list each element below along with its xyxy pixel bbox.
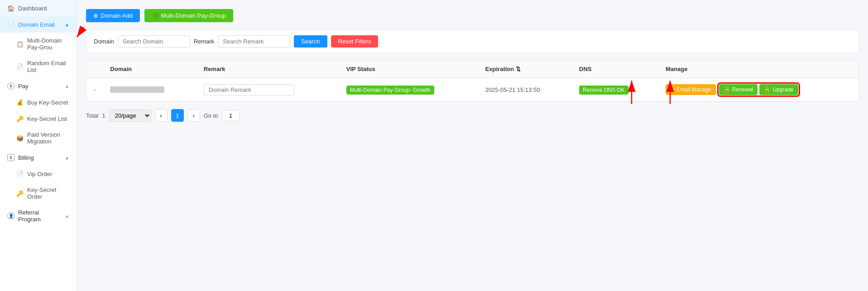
sidebar-item-vip-order[interactable]: 📄 Vip Order bbox=[0, 166, 77, 182]
domain-table: Domain Remark VIP Status Expiration ⇅ DN… bbox=[86, 60, 859, 102]
vip-order-icon: 📄 bbox=[16, 170, 24, 177]
remark-search-input[interactable] bbox=[218, 35, 290, 48]
prev-page-button[interactable]: ‹ bbox=[155, 109, 168, 122]
plus-icon: ⊕ bbox=[93, 12, 98, 19]
main-content: ⊕ Domain Add 🌿 Multi-Domain Pay-Group Do… bbox=[77, 0, 868, 291]
sidebar-item-dashboard[interactable]: 🏠 Dashboard bbox=[0, 0, 77, 16]
random-email-icon: 📄 bbox=[16, 63, 24, 70]
next-page-button[interactable]: › bbox=[187, 109, 200, 122]
search-button[interactable]: Search bbox=[294, 35, 327, 48]
pay-toggle-icon: ▲ bbox=[65, 84, 69, 89]
tree-icon: 🌿 bbox=[152, 12, 159, 19]
table-row: › Multi-Domain Pay-Group- Growth 2025-05… bbox=[86, 78, 858, 101]
multi-domain-icon: 📋 bbox=[16, 40, 24, 48]
manage-buttons-group: ✉ Email Manage 🔒 Renewal 🔒 Up bbox=[666, 84, 851, 95]
multi-domain-pay-group-button[interactable]: 🌿 Multi-Domain Pay-Group bbox=[144, 9, 233, 22]
reset-filters-button[interactable]: Reset Filters bbox=[331, 35, 379, 48]
sidebar-item-key-secret-order[interactable]: 🔑 Key-Secret Order bbox=[0, 182, 77, 205]
dashboard-icon: 🏠 bbox=[7, 5, 14, 12]
toolbar: ⊕ Domain Add 🌿 Multi-Domain Pay-Group bbox=[86, 9, 859, 22]
upgrade-button[interactable]: 🔒 Upgrade bbox=[759, 84, 798, 95]
remark-cell[interactable] bbox=[197, 78, 339, 101]
email-manage-icon: ✉ bbox=[670, 86, 675, 93]
dns-cell: Receive DNS OK bbox=[572, 78, 658, 101]
page-size-select[interactable]: 20/page 50/page 100/page bbox=[109, 110, 151, 122]
blurred-domain bbox=[110, 86, 164, 93]
migration-icon: 📦 bbox=[16, 134, 24, 142]
col-expander bbox=[86, 60, 103, 78]
sidebar-item-paid-version-migration[interactable]: 📦 Paid Version Migration bbox=[0, 127, 77, 149]
referral-icon: 👤 bbox=[7, 212, 14, 219]
page-1-button[interactable]: 1 bbox=[171, 109, 184, 122]
row-expander[interactable]: › bbox=[86, 78, 103, 101]
sidebar-item-pay[interactable]: $ Pay ▲ bbox=[0, 78, 77, 94]
sidebar-item-referral-program[interactable]: 👤 Referral Program ▲ bbox=[0, 205, 77, 227]
total-count: 1 bbox=[102, 112, 105, 119]
renewal-button[interactable]: 🔒 Renewal bbox=[719, 84, 758, 95]
domain-add-button[interactable]: ⊕ Domain Add bbox=[86, 9, 140, 22]
vip-status-badge: Multi-Domain Pay-Group- Growth bbox=[346, 86, 434, 95]
col-dns: DNS bbox=[572, 60, 658, 78]
remark-filter-label: Remark bbox=[194, 38, 215, 45]
referral-toggle-icon: ▲ bbox=[65, 214, 69, 219]
buy-key-icon: 💰 bbox=[16, 99, 24, 106]
expiration-cell: 2025-05-21 15:13:50 bbox=[478, 78, 572, 101]
manage-cell: ✉ Email Manage 🔒 Renewal 🔒 Up bbox=[658, 78, 858, 101]
sidebar: 🏠 Dashboard ✉️ Domain Email ▲ 📋 Multi-Do… bbox=[0, 0, 77, 291]
upgrade-lock-icon: 🔒 bbox=[764, 86, 771, 93]
domain-filter-label: Domain bbox=[94, 38, 114, 45]
col-expiration: Expiration ⇅ bbox=[478, 60, 572, 78]
table-header-row: Domain Remark VIP Status Expiration ⇅ DN… bbox=[86, 60, 858, 78]
lock-icon: 🔒 bbox=[724, 86, 730, 93]
col-manage: Manage bbox=[658, 60, 858, 78]
filter-row: Domain Remark Search Reset Filters bbox=[86, 29, 859, 53]
col-remark: Remark bbox=[197, 60, 339, 78]
col-vip-status: VIP Status bbox=[339, 60, 478, 78]
key-secret-icon: 🔑 bbox=[16, 115, 24, 122]
sidebar-item-buy-key-secret[interactable]: 💰 Buy Key-Secret bbox=[0, 94, 77, 110]
domain-search-input[interactable] bbox=[118, 35, 190, 48]
pay-icon: $ bbox=[7, 82, 14, 90]
key-secret-order-icon: 🔑 bbox=[16, 190, 24, 197]
billing-toggle-icon: ▲ bbox=[65, 155, 69, 160]
remark-input[interactable] bbox=[204, 84, 294, 95]
renewal-upgrade-highlight: 🔒 Renewal 🔒 Upgrade bbox=[719, 84, 799, 95]
sidebar-item-domain-email[interactable]: ✉️ Domain Email ▲ bbox=[0, 16, 77, 33]
expand-icon: ▲ bbox=[65, 22, 69, 27]
col-domain: Domain bbox=[103, 60, 196, 78]
sidebar-item-billing[interactable]: $ Billing ▲ bbox=[0, 149, 77, 166]
total-label: Total bbox=[86, 112, 98, 119]
pagination: Total 1 20/page 50/page 100/page ‹ 1 › G… bbox=[86, 109, 859, 122]
sidebar-item-key-secret-list[interactable]: 🔑 Key-Secret List bbox=[0, 110, 77, 127]
goto-label: Go to bbox=[204, 112, 218, 119]
vip-status-cell: Multi-Domain Pay-Group- Growth bbox=[339, 78, 478, 101]
email-manage-button[interactable]: ✉ Email Manage bbox=[666, 84, 716, 95]
goto-input[interactable] bbox=[222, 110, 240, 121]
billing-icon: $ bbox=[7, 154, 14, 161]
sidebar-item-random-email[interactable]: 📄 Random Email List bbox=[0, 55, 77, 78]
email-icon: ✉️ bbox=[7, 21, 14, 28]
dns-status-badge: Receive DNS OK bbox=[579, 86, 628, 95]
sidebar-item-multi-domain[interactable]: 📋 Multi-Domain Pay-Grou bbox=[0, 33, 77, 55]
domain-cell bbox=[103, 78, 196, 101]
